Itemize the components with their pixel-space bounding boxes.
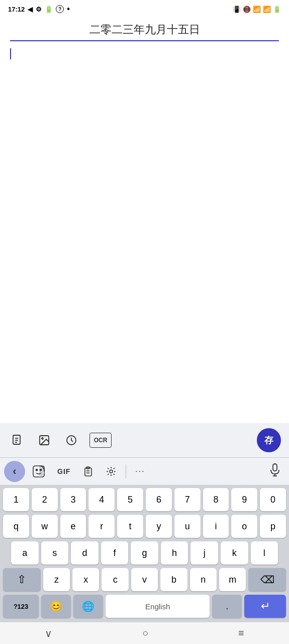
settings-status-icon: ⚙ xyxy=(36,6,42,13)
vibrate-icon: 📳 xyxy=(233,6,241,13)
help-icon: ? xyxy=(56,5,64,13)
location-icon: ◀ xyxy=(28,6,33,13)
signal-icon: 📶 xyxy=(263,6,271,13)
key-4[interactable]: 4 xyxy=(88,488,115,511)
back-button[interactable]: ‹ xyxy=(4,461,25,482)
key-n[interactable]: n xyxy=(190,568,217,591)
text-cursor xyxy=(10,48,11,59)
key-r[interactable]: r xyxy=(88,515,115,538)
ocr-icon[interactable]: OCR xyxy=(89,433,112,448)
key-3[interactable]: 3 xyxy=(60,488,86,511)
globe-key[interactable]: 🌐 xyxy=(73,595,103,618)
bottom-row: ?123 😊 🌐 English . ↵ xyxy=(0,592,289,622)
key-f[interactable]: f xyxy=(101,541,129,565)
qwerty-row3: ⇧ z x c v b n m ⌫ xyxy=(0,566,289,592)
keyboard-container: OCR 存 ‹ GIF xyxy=(0,423,289,644)
time-display: 17:12 xyxy=(8,6,25,13)
key-g[interactable]: g xyxy=(131,541,158,565)
svg-rect-0 xyxy=(13,435,20,444)
document-icon[interactable] xyxy=(8,431,26,449)
svg-point-9 xyxy=(40,469,42,471)
keyboard-toolbar-top: OCR 存 xyxy=(0,423,289,458)
key-2[interactable]: 2 xyxy=(32,488,58,511)
key-u[interactable]: u xyxy=(174,515,201,538)
mic-button[interactable] xyxy=(265,461,285,482)
key-6[interactable]: 6 xyxy=(146,488,172,511)
settings-button[interactable] xyxy=(101,462,122,481)
key-j[interactable]: j xyxy=(190,541,218,565)
key-k[interactable]: k xyxy=(221,541,248,565)
nav-bar: ∨ ○ ≡ xyxy=(0,622,289,644)
key-a[interactable]: a xyxy=(11,541,39,565)
key-p[interactable]: p xyxy=(260,515,286,538)
clipboard-button[interactable] xyxy=(77,462,99,481)
phone-icon: 📵 xyxy=(243,6,251,13)
key-t[interactable]: t xyxy=(117,515,143,538)
key-b[interactable]: b xyxy=(160,568,187,591)
qwerty-row1: q w e r t y u i o p xyxy=(0,512,289,539)
status-bar: 17:12 ◀ ⚙ 🔋 ? • 📳 📵 📶 📶 🔋 xyxy=(0,0,289,18)
key-w[interactable]: w xyxy=(32,515,58,538)
key-7[interactable]: 7 xyxy=(174,488,201,511)
status-right-icons: 📳 📵 📶 📶 🔋 xyxy=(233,6,281,13)
save-button[interactable]: 存 xyxy=(257,428,281,452)
key-8[interactable]: 8 xyxy=(203,488,229,511)
space-key[interactable]: English xyxy=(106,595,210,618)
clock-icon[interactable] xyxy=(62,431,80,449)
key-9[interactable]: 9 xyxy=(231,488,257,511)
battery-status-icon: 🔋 xyxy=(45,6,53,13)
key-m[interactable]: m xyxy=(219,568,246,591)
gif-button[interactable]: GIF xyxy=(52,462,75,481)
nav-back-button[interactable]: ∨ xyxy=(35,623,62,643)
key-y[interactable]: y xyxy=(146,515,172,538)
dot-key[interactable]: . xyxy=(212,595,242,618)
key-i[interactable]: i xyxy=(203,515,229,538)
editor-title: 二零二三年九月十五日 xyxy=(10,22,279,41)
shift-key[interactable]: ⇧ xyxy=(3,568,41,591)
key-h[interactable]: h xyxy=(161,541,188,565)
key-s[interactable]: s xyxy=(41,541,69,565)
svg-point-14 xyxy=(110,470,113,473)
delete-key[interactable]: ⌫ xyxy=(248,568,286,591)
toolbar-divider xyxy=(126,464,126,478)
battery-icon: 🔋 xyxy=(273,6,281,13)
key-e[interactable]: e xyxy=(60,515,86,538)
symbols-key[interactable]: ?123 xyxy=(3,595,39,618)
status-time: 17:12 ◀ ⚙ 🔋 ? • xyxy=(8,5,70,14)
image-icon[interactable] xyxy=(35,431,53,449)
qwerty-row2: a s d f g h j k l xyxy=(0,539,289,566)
more-button[interactable]: ··· xyxy=(130,462,150,481)
key-5[interactable]: 5 xyxy=(117,488,143,511)
svg-point-8 xyxy=(36,469,38,471)
nav-home-button[interactable]: ○ xyxy=(132,623,158,643)
key-l[interactable]: l xyxy=(251,541,278,565)
editor-body[interactable] xyxy=(10,46,279,61)
svg-point-5 xyxy=(42,438,43,439)
key-0[interactable]: 0 xyxy=(260,488,286,511)
wifi-icon: 📶 xyxy=(253,6,261,13)
key-z[interactable]: z xyxy=(43,568,70,591)
svg-rect-15 xyxy=(273,464,277,471)
enter-key[interactable]: ↵ xyxy=(244,595,286,618)
emoji-key[interactable]: 😊 xyxy=(41,595,71,618)
editor-area[interactable]: 二零二三年九月十五日 xyxy=(0,18,289,330)
key-v[interactable]: v xyxy=(131,568,158,591)
key-x[interactable]: x xyxy=(72,568,99,591)
nav-menu-button[interactable]: ≡ xyxy=(228,623,254,643)
dot-icon: • xyxy=(67,5,70,14)
key-o[interactable]: o xyxy=(231,515,257,538)
key-c[interactable]: c xyxy=(102,568,128,591)
sticker-button[interactable] xyxy=(27,462,50,481)
key-d[interactable]: d xyxy=(71,541,99,565)
key-q[interactable]: q xyxy=(3,515,29,538)
key-1[interactable]: 1 xyxy=(3,488,29,511)
number-row: 1 2 3 4 5 6 7 8 9 0 xyxy=(0,486,289,512)
keyboard-toolbar-bottom: ‹ GIF · xyxy=(0,458,289,486)
